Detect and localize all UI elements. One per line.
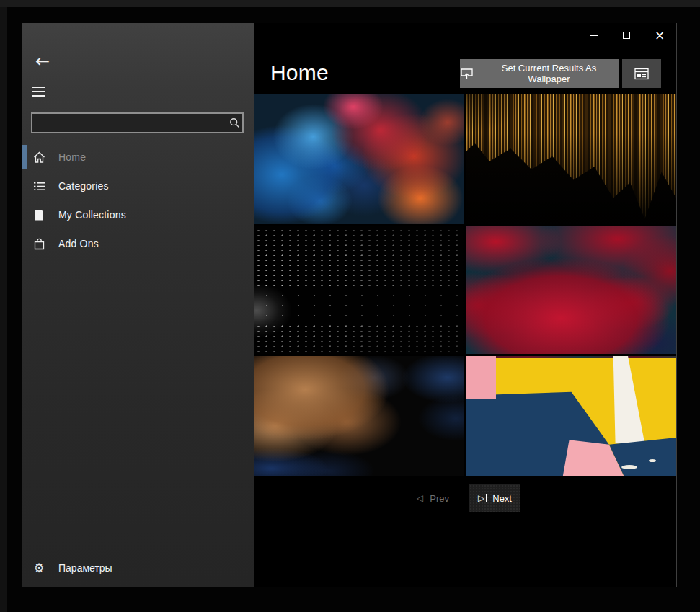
selection-accent-bar [22,203,27,227]
collections-icon [33,209,45,221]
sidebar-item-categories[interactable]: Categories [22,172,254,200]
collage-top-strip [466,356,676,358]
sidebar-item-label: Home [58,151,86,163]
prev-icon: ◁ [415,493,423,503]
selection-accent-bar [22,174,27,198]
search-box [31,112,244,133]
collage-white-spot [649,459,656,462]
categories-list-icon [33,180,45,192]
minimize-icon [590,35,598,36]
hamburger-bar [32,91,45,92]
set-wallpaper-label: Set Current Results As Wallpaper [479,63,619,84]
add-ons-bag-icon [33,238,45,250]
sidebar: ← [22,23,254,587]
sidebar-item-settings[interactable]: ⚙ Параметры [22,554,254,582]
prev-label: Prev [430,493,449,504]
wallpaper-thumbnail-geometric[interactable] [466,356,676,476]
desktop-top-strip [0,0,700,7]
hamburger-bar [32,95,45,97]
settings-label: Параметры [58,562,112,574]
sidebar-item-add-ons[interactable]: Add Ons [22,229,254,258]
shade-layer [466,94,676,224]
next-label: Next [492,493,512,504]
news-panel-icon [634,68,649,80]
set-wallpaper-icon [460,67,474,81]
toolbar: Set Current Results As Wallpaper [460,59,661,88]
maximize-icon [623,32,630,39]
wallpaper-grid [254,94,676,476]
hamburger-bar [32,87,45,88]
next-icon: ▷ [478,493,487,503]
minimize-button[interactable] [577,23,610,48]
wallpaper-thumbnail-copper-fluid[interactable] [254,356,464,476]
collage-pink-rect [466,356,496,399]
selection-accent-bar [22,145,27,169]
gear-icon: ⚙ [32,561,46,575]
wallpaper-thumbnail-gold-streaks[interactable] [466,94,676,224]
prev-button[interactable]: ◁ Prev [415,484,449,512]
next-button[interactable]: ▷ Next [469,484,520,512]
window-caption-buttons: × [577,23,676,48]
wallpaper-thumbnail-ink[interactable] [254,94,464,224]
desktop-left-strip [0,7,7,612]
sidebar-item-label: Categories [58,180,109,192]
home-icon [33,151,45,164]
desktop-background: ← [0,0,700,612]
wallpaper-thumbnail-red-fluid[interactable] [466,226,676,354]
selection-accent-bar [22,231,27,256]
set-wallpaper-button[interactable]: Set Current Results As Wallpaper [460,59,619,88]
main-content: × Home Set Current Results As Wallpaper [254,23,676,587]
wallpaper-thumbnail-particles[interactable] [254,226,464,354]
sidebar-item-label: Add Ons [58,238,99,249]
sidebar-nav: Home Categories [22,143,254,258]
news-panel-button[interactable] [622,59,661,88]
close-button[interactable]: × [643,23,676,48]
maximize-button[interactable] [610,23,643,48]
search-input[interactable] [32,117,226,128]
shade-layer [254,226,464,354]
pagination: ◁ Prev ▷ Next [254,484,676,512]
back-button[interactable]: ← [30,49,56,74]
search-icon[interactable] [226,115,242,131]
hamburger-menu-button[interactable] [32,87,46,98]
sidebar-item-home[interactable]: Home [22,143,254,172]
app-window: ← [22,23,677,587]
sidebar-item-my-collections[interactable]: My Collections [22,200,254,229]
page-title: Home [270,61,329,85]
sidebar-item-label: My Collections [58,209,126,221]
